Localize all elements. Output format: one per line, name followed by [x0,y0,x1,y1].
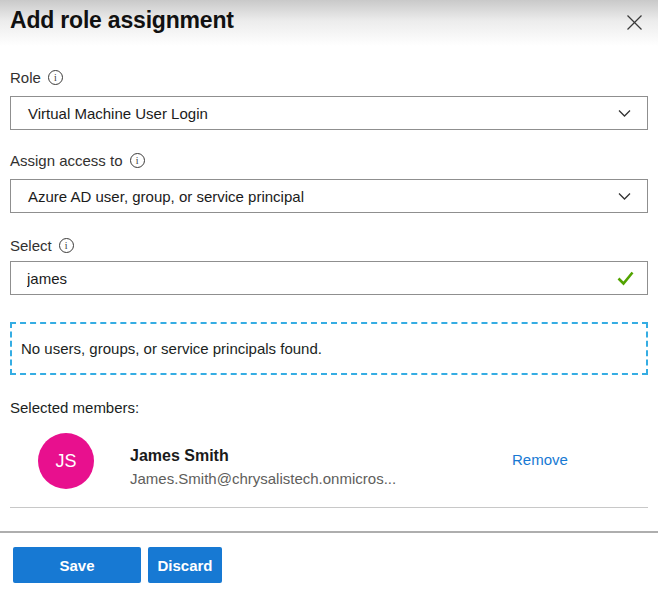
member-email: James.Smith@chrysalistech.onmicros... [130,470,396,487]
no-results-box: No users, groups, or service principals … [10,322,648,375]
add-role-assignment-panel: Add role assignment Role i Virtual Machi… [0,0,658,597]
assign-access-dropdown[interactable]: Azure AD user, group, or service princip… [10,179,648,213]
valid-check-icon [616,270,635,287]
page-title: Add role assignment [10,7,234,34]
save-button[interactable]: Save [13,547,141,583]
footer-separator [0,531,658,533]
select-search-input[interactable] [11,262,616,294]
assign-access-label: Assign access to i [10,152,145,169]
close-icon [625,13,644,32]
select-label-text: Select [10,237,52,254]
info-icon[interactable]: i [130,153,145,168]
assign-access-dropdown-value: Azure AD user, group, or service princip… [28,188,304,205]
chevron-down-icon [616,105,633,122]
info-icon[interactable]: i [59,238,74,253]
close-button[interactable] [621,9,647,35]
role-dropdown-value: Virtual Machine User Login [28,105,208,122]
info-icon[interactable]: i [48,70,63,85]
no-results-message: No users, groups, or service principals … [21,340,322,357]
member-row: JS James Smith James.Smith@chrysalistech… [10,430,648,508]
assign-access-label-text: Assign access to [10,152,123,169]
select-search-field [10,261,648,295]
selected-members-label: Selected members: [10,399,139,416]
discard-button[interactable]: Discard [148,547,222,583]
remove-member-link[interactable]: Remove [512,451,568,468]
select-label: Select i [10,237,74,254]
member-name: James Smith [130,447,229,465]
avatar: JS [38,433,94,489]
role-label: Role i [10,69,63,86]
chevron-down-icon [616,188,633,205]
avatar-initials: JS [55,451,76,472]
role-dropdown[interactable]: Virtual Machine User Login [10,96,648,130]
role-label-text: Role [10,69,41,86]
